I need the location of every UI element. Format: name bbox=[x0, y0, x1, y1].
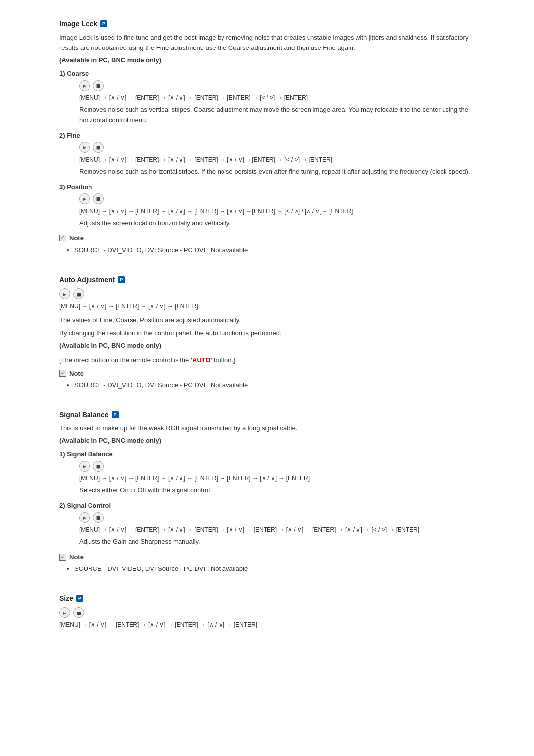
signal-balance-menu-path: [MENU] → [∧ / ∨] → [ENTER] → [∧ / ∨] → [… bbox=[79, 473, 475, 483]
size-title: Size bbox=[59, 594, 475, 602]
auto-highlight: 'AUTO' bbox=[191, 356, 212, 364]
bullet-item-auto-0: SOURCE - DVI_VIDEO, DVI Source - PC DVI … bbox=[74, 380, 475, 391]
stop-button-size[interactable] bbox=[73, 607, 84, 618]
note-checkbox-auto: ✓ bbox=[59, 370, 66, 377]
image-lock-note-box: ✓ Note bbox=[59, 235, 475, 242]
stop-icon-auto bbox=[77, 291, 81, 297]
play-icon-auto bbox=[63, 291, 66, 297]
stop-button-position[interactable] bbox=[93, 193, 104, 204]
signal-balance-sub-label: 1) Signal Balance bbox=[59, 450, 475, 458]
signal-balance-note-box: ✓ Note bbox=[59, 553, 475, 561]
auto-direct-button: [The direct button on the remote control… bbox=[59, 355, 475, 366]
coarse-item: 1) Coarse [MENU] → [∧ / ∨] → [ENTER] → [… bbox=[59, 70, 475, 126]
signal-control-controls bbox=[79, 512, 475, 523]
stop-icon-position bbox=[96, 196, 101, 201]
fine-sub-desc: Removes noise such as horizontal stripes… bbox=[79, 167, 475, 177]
position-menu-path: [MENU] → [∧ / ∨] → [ENTER] → [∧ / ∨] → [… bbox=[79, 206, 475, 216]
image-lock-description: Image Lock is used to fine-tune and get … bbox=[59, 33, 475, 53]
play-button-sigctrl[interactable] bbox=[79, 512, 90, 523]
pin-icon-size bbox=[76, 595, 83, 602]
image-lock-available: (Available in PC, BNC mode only) bbox=[59, 56, 475, 64]
image-lock-title: Image Lock bbox=[59, 20, 475, 28]
auto-adjustment-label: Auto Adjustment bbox=[59, 276, 115, 284]
fine-label: 2) Fine bbox=[59, 132, 475, 139]
stop-button-coarse[interactable] bbox=[93, 80, 104, 91]
image-lock-bullets: SOURCE - DVI_VIDEO, DVI Source - PC DVI … bbox=[69, 245, 475, 256]
signal-balance-controls bbox=[79, 461, 475, 472]
auto-adjustment-title: Auto Adjustment bbox=[59, 276, 475, 284]
play-icon-position bbox=[83, 196, 86, 201]
signal-balance-title: Signal Balance bbox=[59, 411, 475, 419]
pin-icon-auto bbox=[118, 276, 125, 283]
stop-button-sigctrl[interactable] bbox=[93, 512, 104, 523]
stop-icon-size bbox=[77, 610, 81, 615]
play-button-size[interactable] bbox=[59, 607, 70, 618]
size-label: Size bbox=[59, 594, 73, 602]
pin-icon-signal bbox=[112, 411, 119, 418]
play-button-auto[interactable] bbox=[59, 288, 70, 299]
play-icon-size bbox=[63, 610, 66, 615]
fine-item: 2) Fine [MENU] → [∧ / ∨] → [ENTER] → [∧ … bbox=[59, 132, 475, 177]
auto-menu-path: [MENU] → [∧ / ∨] → [ENTER] → [∧ / ∨] → [… bbox=[59, 301, 475, 311]
note-label-signal: Note bbox=[69, 553, 84, 561]
signal-balance-bullets: SOURCE - DVI_VIDEO, DVI Source - PC DVI … bbox=[69, 564, 475, 574]
stop-button-auto[interactable] bbox=[73, 288, 84, 299]
fine-controls bbox=[79, 142, 475, 153]
signal-control-sub-desc: Adjusts the Gain and Sharpness manually. bbox=[79, 537, 475, 547]
note-label-auto: Note bbox=[69, 370, 84, 377]
auto-line-1: By changing the resolution in the contro… bbox=[59, 329, 475, 339]
signal-balance-label: Signal Balance bbox=[59, 411, 109, 419]
play-button-coarse[interactable] bbox=[79, 80, 90, 91]
signal-balance-available: (Available in PC, BNC mode only) bbox=[59, 437, 475, 444]
signal-balance-section: Signal Balance This is used to make up f… bbox=[59, 411, 475, 574]
auto-note-box: ✓ Note bbox=[59, 370, 475, 377]
play-button-position[interactable] bbox=[79, 193, 90, 204]
size-controls bbox=[59, 607, 475, 618]
bullet-item-imagelock-0: SOURCE - DVI_VIDEO, DVI Source - PC DVI … bbox=[74, 245, 475, 256]
coarse-controls bbox=[79, 80, 475, 91]
note-label-imagelock: Note bbox=[69, 235, 84, 242]
position-label: 3) Position bbox=[59, 183, 475, 190]
position-controls bbox=[79, 193, 475, 204]
auto-bullets: SOURCE - DVI_VIDEO, DVI Source - PC DVI … bbox=[69, 380, 475, 391]
coarse-menu-path: [MENU] → [∧ / ∨] → [ENTER] → [∧ / ∨] → [… bbox=[79, 93, 475, 103]
fine-menu-path: [MENU] → [∧ / ∨] → [ENTER] → [∧ / ∨] → [… bbox=[79, 155, 475, 165]
auto-available: (Available in PC, BNC mode only) bbox=[59, 342, 475, 349]
play-button-sigbal[interactable] bbox=[79, 461, 90, 472]
stop-icon-fine bbox=[96, 144, 101, 150]
image-lock-section: Image Lock Image Lock is used to fine-tu… bbox=[59, 20, 475, 256]
stop-icon-sigbal bbox=[96, 463, 101, 469]
play-icon-sigctrl bbox=[83, 515, 86, 520]
bullet-item-signal-0: SOURCE - DVI_VIDEO, DVI Source - PC DVI … bbox=[74, 564, 475, 574]
note-checkbox-imagelock: ✓ bbox=[59, 235, 66, 241]
play-icon-coarse bbox=[83, 83, 86, 88]
auto-controls bbox=[59, 288, 475, 299]
stop-icon-sigctrl bbox=[96, 515, 101, 520]
signal-control-menu-path: [MENU] → [∧ / ∨] → [ENTER] → [∧ / ∨] → [… bbox=[79, 525, 475, 535]
position-sub-desc: Adjusts the screen location horizontally… bbox=[79, 218, 475, 229]
signal-balance-description: This is used to make up for the weak RGB… bbox=[59, 424, 475, 434]
stop-icon-coarse bbox=[96, 83, 101, 88]
note-checkbox-signal: ✓ bbox=[59, 554, 66, 561]
signal-balance-sub-item: 1) Signal Balance [MENU] → [∧ / ∨] → [EN… bbox=[59, 450, 475, 496]
size-section: Size [MENU] → [∧ / ∨] → [ENTER] → [∧ / ∨… bbox=[59, 594, 475, 630]
signal-control-label: 2) Signal Control bbox=[59, 502, 475, 509]
auto-line-0: The values of Fine, Coarse, Position are… bbox=[59, 315, 475, 326]
pin-icon bbox=[100, 20, 107, 27]
signal-balance-sub-desc: Selects either On or Off with the signal… bbox=[79, 485, 475, 496]
stop-button-sigbal[interactable] bbox=[93, 461, 104, 472]
size-menu-path: [MENU] → [∧ / ∨] → [ENTER] → [∧ / ∨] → [… bbox=[59, 620, 475, 630]
stop-button-fine[interactable] bbox=[93, 142, 104, 153]
signal-control-item: 2) Signal Control [MENU] → [∧ / ∨] → [EN… bbox=[59, 502, 475, 547]
coarse-sub-desc: Removes noise such as vertical stripes. … bbox=[79, 105, 475, 126]
image-lock-label: Image Lock bbox=[59, 20, 97, 28]
position-item: 3) Position [MENU] → [∧ / ∨] → [ENTER] →… bbox=[59, 183, 475, 229]
auto-adjustment-section: Auto Adjustment [MENU] → [∧ / ∨] → [ENTE… bbox=[59, 276, 475, 391]
play-icon-sigbal bbox=[83, 463, 86, 469]
play-icon-fine bbox=[83, 144, 86, 150]
coarse-label: 1) Coarse bbox=[59, 70, 475, 77]
play-button-fine[interactable] bbox=[79, 142, 90, 153]
